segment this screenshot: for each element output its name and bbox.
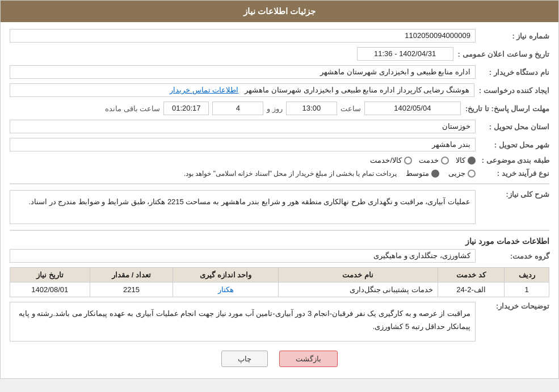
category-options: کالا خدمت کالا/خدمت: [10, 156, 476, 165]
print-button[interactable]: چاپ: [221, 351, 268, 367]
col-header-date: تاریخ نیاز: [10, 268, 90, 283]
buyer-label: نام دستگاه خریدار :: [476, 68, 549, 77]
description-label: شرح کلی نیاز:: [476, 190, 549, 199]
table-row: 1 الف-2-24 خدمات پشتیبانی جنگل‌داری هکتا…: [10, 283, 549, 297]
col-header-row: ردیف: [505, 268, 549, 283]
cell-unit: هکتار: [173, 283, 278, 297]
cell-date: 1402/08/01: [10, 283, 90, 297]
buyer-notes-value: مراقبت از عرصه و به کارگیری یک نفر فرقبا…: [10, 302, 476, 342]
date-value: 1402/04/31 - 11:36: [357, 47, 453, 61]
need-number-value: 1102050094000009: [10, 29, 476, 43]
cell-quantity: 2215: [90, 283, 173, 297]
divider-2: [10, 230, 549, 231]
response-date: 1402/05/04: [364, 102, 461, 115]
creator-contact-link[interactable]: اطلاعات تماس خریدار: [170, 86, 238, 94]
category-item-goods-service[interactable]: کالا/خدمت: [370, 156, 412, 165]
buyer-notes-label: توضیحات خریدار:: [476, 302, 549, 310]
category-label: طبقه بندی موضوعی :: [476, 156, 549, 165]
purchase-type-label: نوع فرآیند خرید :: [476, 169, 549, 178]
need-number-label: شماره نیاز :: [476, 32, 549, 40]
buyer-value: اداره منابع طبیعی و ابخیزداری شهرستان ما…: [10, 65, 476, 79]
province-value: خوزستان: [10, 120, 476, 133]
services-table: ردیف کد خدمت نام خدمت واحد اندازه گیری ت…: [10, 267, 549, 297]
divider-1: [10, 183, 549, 184]
response-remaining-label: ساعت باقی مانده: [105, 104, 160, 113]
purchase-radio-small[interactable]: [468, 170, 476, 178]
col-header-service-name: نام خدمت: [278, 268, 438, 283]
page-title: جزئیات اطلاعات نیاز: [1, 1, 558, 22]
service-group-label: گروه خدمت:: [476, 252, 549, 260]
response-time: 13:00: [286, 102, 337, 115]
category-radio-service[interactable]: [441, 157, 449, 165]
service-group-value: کشاورزی، جنگلداری و ماهیگیری: [10, 249, 476, 263]
services-section-title: اطلاعات خدمات مورد نیاز: [10, 237, 549, 246]
category-radio-goods-service[interactable]: [404, 157, 412, 165]
cell-row: 1: [505, 283, 549, 297]
back-button[interactable]: بازگشت: [279, 351, 338, 367]
cell-service-name: خدمات پشتیبانی جنگل‌داری: [278, 283, 438, 297]
col-header-quantity: تعداد / مقدار: [90, 268, 173, 283]
category-item-service[interactable]: خدمت: [419, 156, 449, 165]
province-label: استان محل تحویل :: [476, 123, 549, 131]
response-deadline-label: مهلت ارسال پاسخ: تا تاریخ:: [461, 104, 549, 113]
creator-value: هوشنگ رضایی کارپرداز اداره منابع طبیعی و…: [10, 83, 474, 97]
city-label: شهر محل تحویل :: [476, 141, 549, 149]
cell-code: الف-2-24: [438, 283, 504, 297]
action-buttons: بازگشت چاپ: [10, 351, 549, 367]
date-label: تاریخ و ساعت اعلان عمومی :: [453, 50, 549, 58]
response-days: 4: [212, 102, 263, 115]
col-header-code: کد خدمت: [438, 268, 504, 283]
purchase-type-medium[interactable]: متوسط: [406, 169, 439, 178]
creator-label: ایجاد کننده درخواست :: [474, 86, 549, 95]
purchase-type-small[interactable]: جزیی: [448, 169, 476, 178]
purchase-note: پرداخت تمام یا بخشی از مبلغ خریدار از مح…: [184, 170, 397, 178]
purchase-type-options: جزیی متوسط پرداخت تمام یا بخشی از مبلغ خ…: [10, 169, 476, 178]
city-value: بندر ماهشهر: [10, 138, 476, 151]
col-header-unit: واحد اندازه گیری: [173, 268, 278, 283]
response-days-label: روز و: [267, 104, 283, 113]
category-radio-goods[interactable]: [468, 157, 476, 165]
purchase-radio-medium[interactable]: [431, 170, 439, 178]
description-value: عملیات آبیاری، مراقبت و نگهداری طرح نهال…: [10, 190, 476, 224]
response-remaining: 01:20:17: [163, 102, 209, 115]
response-time-label: ساعت: [341, 104, 361, 113]
category-item-goods[interactable]: کالا: [456, 156, 476, 165]
